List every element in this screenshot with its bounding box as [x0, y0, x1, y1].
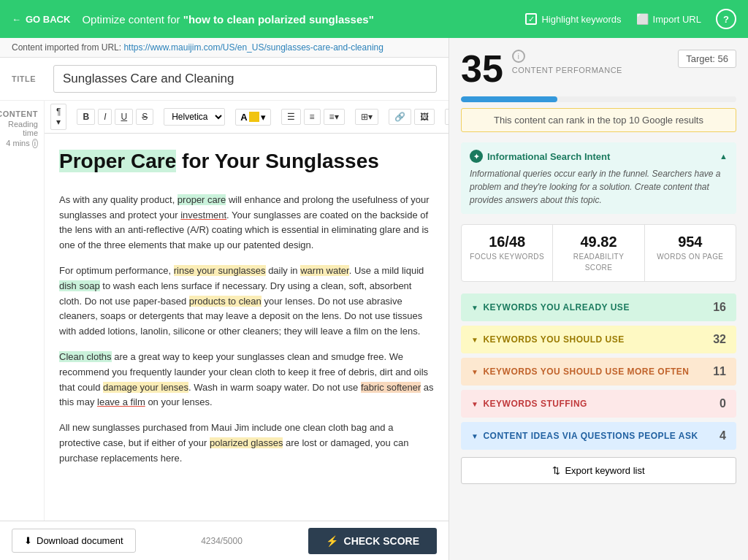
toolbar-list-btn[interactable]: ☰ — [281, 109, 301, 125]
editor-paragraph-3: Clean cloths are a great way to keep you… — [59, 350, 434, 410]
toolbar-list2-btn[interactable]: ≡ — [304, 109, 321, 125]
editor-paragraph-4: All new sunglasses purchased from Maui J… — [59, 421, 434, 466]
download-button[interactable]: ⬇ Download document — [12, 529, 136, 553]
topbar-actions: ✓ Highlight keywords ⬜ Import URL ? — [525, 9, 736, 29]
score-icon: i — [512, 50, 525, 63]
export-icon: ⇅ — [552, 465, 560, 476]
kw-label-1: KEYWORDS YOU SHOULD USE — [483, 334, 624, 345]
info-icon: i — [32, 139, 38, 148]
editor-col: ¶ ▾ B I U S Helvetica A — [44, 101, 449, 521]
kw-count-4: 4 — [720, 429, 726, 442]
rank-banner: This content can rank in the top 10 Goog… — [461, 108, 736, 132]
topbar-title: Optimize content for "how to clean polar… — [82, 13, 514, 26]
kw-chevron-4: ▼ — [471, 432, 478, 440]
intent-header: ✦ Informational Search Intent ▲ — [470, 150, 728, 163]
intent-body: Informational queries occur early in the… — [470, 167, 728, 207]
editor-content[interactable]: Proper Care for Your Sunglasses As with … — [45, 134, 449, 521]
intent-chevron: ▲ — [720, 152, 728, 161]
toolbar-underline-btn[interactable]: U — [115, 109, 133, 125]
score-bar — [461, 96, 736, 102]
intent-title: ✦ Informational Search Intent — [470, 150, 610, 163]
import-url-button[interactable]: ⬜ Import URL — [636, 13, 701, 25]
keyword-section: ▼ KEYWORDS YOU ALREADY USE 16 ▼ KEYWORDS… — [461, 294, 736, 450]
left-panel: Content imported from URL: https://www.m… — [0, 38, 449, 560]
kw-count-1: 32 — [713, 333, 726, 346]
readability-stat: 49.82 READABILITY SCORE — [553, 225, 644, 281]
title-input[interactable] — [53, 65, 437, 93]
words-on-page-stat: 954 WORDS ON PAGE — [645, 225, 736, 281]
url-link[interactable]: https://www.mauijim.com/US/en_US/sunglas… — [123, 42, 383, 53]
topbar: ← GO BACK Optimize content for "how to c… — [0, 0, 748, 38]
kw-label-0: KEYWORDS YOU ALREADY USE — [483, 302, 629, 312]
stats-row: 16/48 FOCUS KEYWORDS 49.82 READABILITY S… — [461, 224, 736, 282]
kw-chevron-3: ▼ — [471, 400, 478, 408]
kw-count-2: 11 — [713, 365, 726, 378]
editor-paragraph-1: As with any quality product, proper care… — [59, 193, 434, 253]
target-badge: Target: 56 — [678, 50, 736, 68]
import-icon: ⬜ — [636, 13, 649, 25]
main-layout: Content imported from URL: https://www.m… — [0, 38, 748, 560]
content-label-col: CONTENT Reading time 4 mins i — [0, 101, 44, 521]
download-icon: ⬇ — [24, 535, 32, 546]
focus-keywords-stat: 16/48 FOCUS KEYWORDS — [462, 225, 553, 281]
editor-area: TITLE CONTENT Reading time 4 mins i ¶ ▾ — [0, 58, 449, 560]
check-score-icon: ⚡ — [326, 535, 338, 547]
back-arrow-icon: ← — [12, 14, 21, 25]
title-label: TITLE — [12, 74, 45, 83]
score-number: 35 — [461, 50, 503, 88]
toolbar-color-btn[interactable]: A ▾ — [235, 109, 270, 126]
checkbox-icon: ✓ — [525, 13, 537, 25]
intent-icon: ✦ — [470, 150, 483, 163]
right-panel: 35 i CONTENT PERFORMANCE Target: 56 This… — [449, 38, 748, 560]
kw-label-2: KEYWORDS YOU SHOULD USE MORE OFTEN — [483, 367, 689, 377]
back-button[interactable]: ← GO BACK — [12, 14, 70, 25]
keyword-row-3[interactable]: ▼ KEYWORDS STUFFING 0 — [461, 390, 736, 418]
toolbar-font-select[interactable]: Helvetica — [164, 108, 225, 126]
kw-chevron-0: ▼ — [471, 304, 478, 312]
back-label: GO BACK — [26, 14, 70, 25]
toolbar-italic-btn[interactable]: I — [98, 109, 112, 125]
keyword-row-4[interactable]: ▼ CONTENT IDEAS VIA QUESTIONS PEOPLE ASK… — [461, 422, 736, 450]
score-bar-fill — [461, 96, 557, 102]
bottom-bar: ⬇ Download document 4234/5000 ⚡ CHECK SC… — [0, 521, 449, 560]
help-button[interactable]: ? — [716, 9, 736, 29]
toolbar-bold-btn[interactable]: B — [77, 109, 95, 125]
score-bar-container — [461, 96, 736, 102]
score-section: 35 i CONTENT PERFORMANCE Target: 56 — [461, 50, 736, 88]
toolbar-image-btn[interactable]: 🖼 — [414, 109, 435, 125]
reading-time-value: 4 mins i — [6, 139, 38, 147]
score-label: CONTENT PERFORMANCE — [512, 66, 622, 74]
toolbar-table-btn[interactable]: ⊞▾ — [355, 109, 378, 125]
keyword-row-0[interactable]: ▼ KEYWORDS YOU ALREADY USE 16 — [461, 294, 736, 321]
toolbar-align-btn[interactable]: ≡▾ — [324, 109, 345, 125]
score-info: i CONTENT PERFORMANCE — [512, 50, 622, 74]
kw-count-0: 16 — [713, 301, 726, 314]
content-label: CONTENT — [0, 110, 38, 118]
toolbar-source-btn[interactable]: </> — [445, 109, 449, 125]
keyword-row-2[interactable]: ▼ KEYWORDS YOU SHOULD USE MORE OFTEN 11 — [461, 358, 736, 386]
export-keyword-list-button[interactable]: ⇅ Export keyword list — [461, 457, 736, 484]
reading-time-label: Reading time — [6, 120, 38, 137]
color-swatch — [249, 112, 259, 122]
highlight-keywords-toggle[interactable]: ✓ Highlight keywords — [525, 13, 621, 25]
check-score-button[interactable]: ⚡ CHECK SCORE — [308, 528, 437, 554]
editor-paragraph-2: For optimum performance, rinse your sung… — [59, 264, 434, 340]
kw-chevron-2: ▼ — [471, 368, 478, 376]
editor-heading: Proper Care for Your Sunglasses — [59, 145, 434, 178]
kw-label-4: CONTENT IDEAS VIA QUESTIONS PEOPLE ASK — [483, 431, 698, 441]
kw-chevron-1: ▼ — [471, 336, 478, 344]
color-chevron: ▾ — [261, 112, 266, 123]
toolbar-strikethrough-btn[interactable]: S — [136, 109, 153, 125]
toolbar: ¶ ▾ B I U S Helvetica A — [45, 101, 449, 134]
word-count: 4234/5000 — [145, 536, 299, 546]
kw-count-3: 0 — [720, 397, 726, 410]
kw-label-3: KEYWORDS STUFFING — [483, 399, 587, 409]
url-banner: Content imported from URL: https://www.m… — [0, 38, 449, 58]
keyword-row-1[interactable]: ▼ KEYWORDS YOU SHOULD USE 32 — [461, 326, 736, 353]
content-row: CONTENT Reading time 4 mins i ¶ ▾ B I U — [0, 101, 449, 521]
heading-highlight-1: Proper Care — [59, 150, 176, 172]
toolbar-link-btn[interactable]: 🔗 — [389, 109, 411, 125]
toolbar-paragraph-btn[interactable]: ¶ ▾ — [50, 104, 66, 130]
intent-card: ✦ Informational Search Intent ▲ Informat… — [461, 142, 736, 214]
title-row: TITLE — [0, 58, 449, 101]
